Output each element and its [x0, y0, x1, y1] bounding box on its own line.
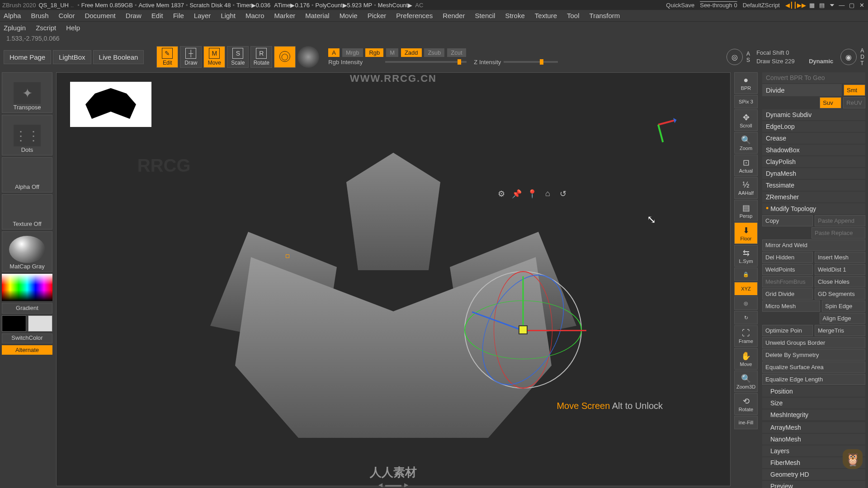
xyz-button[interactable]: XYZ	[734, 282, 758, 296]
dynamic-subdiv[interactable]: Dynamic Subdiv	[762, 109, 865, 120]
menu-brush[interactable]: Brush	[31, 12, 48, 19]
zremesher[interactable]: ZRemesher	[762, 192, 865, 202]
menu-preferences[interactable]: Preferences	[396, 12, 433, 19]
move-nav-button[interactable]: ✋Move	[734, 348, 758, 370]
equalize-edge-button[interactable]: Equalize Edge Length	[762, 374, 865, 385]
minimize-button[interactable]: —	[838, 1, 846, 9]
floor-button[interactable]: ⬇Floor	[734, 222, 758, 244]
bottom-scrubber[interactable]: ◀▬▬▬▶	[59, 482, 728, 488]
close-holes-button[interactable]: Close Holes	[815, 276, 865, 287]
zsub-button[interactable]: Zsub	[424, 48, 444, 57]
line-fill-button[interactable]: ine-Fill	[734, 416, 758, 429]
m-button[interactable]: M	[386, 48, 398, 57]
position-header[interactable]: Position	[762, 386, 865, 397]
gear-icon[interactable]: ⚙	[496, 188, 507, 199]
transpose-tile[interactable]: ✦Transpose	[2, 72, 52, 113]
meshintegrity-header[interactable]: MeshIntegrity	[762, 409, 865, 420]
scroll-button[interactable]: ✥Scroll	[734, 109, 758, 131]
spix-button[interactable]: SPix 3	[734, 95, 758, 108]
menu-texture[interactable]: Texture	[535, 12, 557, 19]
switchcolor-button[interactable]: SwitchColor	[2, 333, 52, 343]
alternate-button[interactable]: Alternate	[2, 345, 52, 355]
focal-icon[interactable]: ◎	[726, 49, 743, 65]
menu-help[interactable]: Help	[66, 24, 80, 32]
optimize-points-button[interactable]: Optimize Poin	[762, 325, 813, 336]
alpha-tile[interactable]: Alpha Off	[2, 157, 52, 192]
convert-bpr[interactable]: Convert BPR To Geo	[762, 72, 865, 83]
paste-append-button[interactable]: Paste Append	[815, 215, 865, 226]
menu-layer[interactable]: Layer	[194, 12, 211, 19]
micro-mesh-button[interactable]: Micro Mesh	[762, 300, 820, 312]
grid-icon[interactable]: ▤	[818, 1, 826, 9]
viewport[interactable]: WWW.RRCG.CN RRCG RRCG RRCG RRCG ⚙ 📌 📍 ⌂ …	[56, 72, 731, 486]
unweld-button[interactable]: Unweld Groups Border	[762, 337, 865, 348]
mirror-weld-button[interactable]: Mirror And Weld	[762, 239, 865, 251]
zoom3d-button[interactable]: 🔍Zoom3D	[734, 371, 758, 392]
swatch-white[interactable]	[28, 315, 52, 332]
default-zscript[interactable]: DefaultZScript	[743, 2, 780, 9]
menu-file[interactable]: File	[173, 12, 184, 19]
gradient-toggle[interactable]: Gradient	[2, 303, 52, 314]
close-button[interactable]: ✕	[858, 1, 866, 9]
menu-document[interactable]: Document	[85, 12, 115, 19]
menu-color[interactable]: Color	[59, 12, 75, 19]
menu-zplugin[interactable]: Zplugin	[4, 24, 26, 32]
brush-preview[interactable]	[297, 46, 319, 68]
menu-zscript[interactable]: Zscript	[36, 24, 56, 32]
meshfrombrush-button[interactable]: MeshFromBrus	[762, 276, 813, 287]
zadd-button[interactable]: Zadd	[401, 48, 422, 57]
dots-tile[interactable]: ⋮⋮Dots	[2, 115, 52, 155]
gizmo-button[interactable]: ◯	[274, 46, 296, 68]
menu-stencil[interactable]: Stencil	[475, 12, 495, 19]
collapse-icon[interactable]: ⏷	[828, 1, 836, 9]
menu-alpha[interactable]: Alpha	[4, 12, 21, 19]
equalize-surface-button[interactable]: Equalize Surface Area	[762, 361, 865, 373]
undo-icon[interactable]: ↺	[557, 188, 568, 199]
zoom-button[interactable]: 🔍Zoom	[734, 132, 758, 154]
zcut-button[interactable]: Zcut	[447, 48, 466, 57]
a-toggle[interactable]: A	[328, 48, 340, 57]
transform-gizmo[interactable]	[464, 271, 582, 389]
preview-header[interactable]: Preview	[762, 481, 865, 488]
crease[interactable]: Crease	[762, 133, 865, 144]
lightbox-button[interactable]: LightBox	[53, 50, 91, 64]
persp-button[interactable]: ▤Persp	[734, 200, 758, 221]
menu-render[interactable]: Render	[443, 12, 465, 19]
pin-icon[interactable]: 📌	[511, 188, 522, 199]
claypolish[interactable]: ClayPolish	[762, 156, 865, 167]
move-mode-button[interactable]: MMove	[203, 46, 225, 68]
rotate-mode-button[interactable]: RRotate	[250, 46, 272, 68]
edgeloop[interactable]: EdgeLoop	[762, 121, 865, 132]
live-boolean-button[interactable]: Live Boolean	[93, 50, 144, 64]
menu-stroke[interactable]: Stroke	[505, 12, 524, 19]
menu-picker[interactable]: Picker	[368, 12, 387, 19]
nanomesh-header[interactable]: NanoMesh	[762, 434, 865, 445]
del-hidden-button[interactable]: Del Hidden	[762, 252, 813, 263]
mrgb-button[interactable]: Mrgb	[342, 48, 363, 57]
paste-replace-button[interactable]: Paste Replace	[811, 227, 865, 239]
menu-marker[interactable]: Marker	[274, 12, 296, 19]
menu-transform[interactable]: Transform	[590, 12, 620, 19]
welddist-button[interactable]: WeldDist 1	[815, 264, 865, 275]
actual-button[interactable]: ⊡Actual	[734, 155, 758, 176]
lsym-button[interactable]: ⇆L.Sym	[734, 245, 758, 267]
draw-icon[interactable]: ◉	[840, 49, 857, 65]
texture-tile[interactable]: Texture Off	[2, 194, 52, 230]
rgb-intensity-slider[interactable]	[385, 61, 467, 63]
divide-button[interactable]: Divide	[762, 84, 842, 96]
menu-macro[interactable]: Macro	[245, 12, 264, 19]
tessimate[interactable]: Tessimate	[762, 180, 865, 191]
marker-icon[interactable]: 📍	[527, 188, 538, 199]
dynamic-toggle[interactable]: Dynamic	[809, 58, 833, 65]
refresh-icon[interactable]: ↻	[734, 311, 758, 324]
swatch-black[interactable]	[2, 315, 26, 332]
grid-divide-button[interactable]: Grid Divide	[762, 288, 813, 300]
draw-mode-button[interactable]: ┼Draw	[180, 46, 202, 68]
target-icon[interactable]: ◎	[734, 296, 758, 310]
home-page-button[interactable]: Home Page	[4, 50, 51, 64]
quicksave-button[interactable]: QuickSave	[666, 2, 694, 9]
suv-button[interactable]: Suv	[820, 97, 841, 108]
aahalf-button[interactable]: ½AAHalf	[734, 177, 758, 199]
menu-edit[interactable]: Edit	[151, 12, 163, 19]
mergetris-button[interactable]: MergeTris	[815, 325, 865, 336]
